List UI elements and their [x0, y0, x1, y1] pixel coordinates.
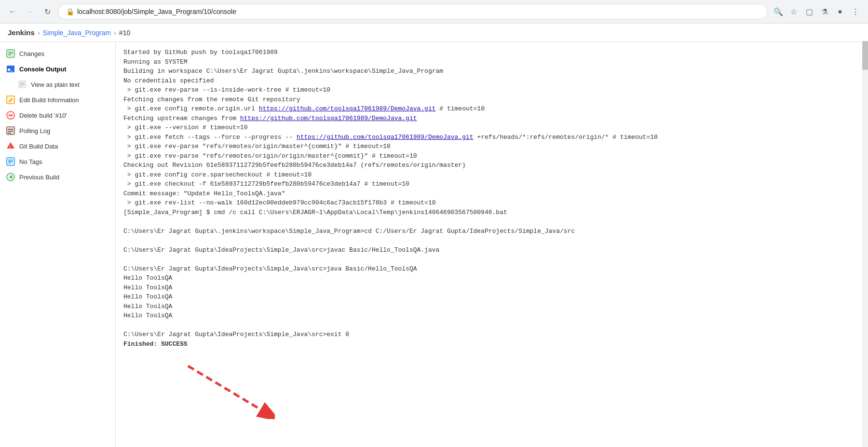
- console-line: > git.exe config remote.origin.url https…: [123, 104, 860, 114]
- console-line: No credentials specified: [123, 76, 860, 86]
- jenkins-logo: Jenkins: [8, 28, 35, 37]
- bookmark-icon[interactable]: ☆: [787, 5, 800, 18]
- edit-build-label: Edit Build Information: [19, 96, 79, 104]
- back-button[interactable]: ←: [6, 5, 19, 18]
- no-tags-icon: [6, 157, 15, 166]
- console-line: Building in workspace C:\Users\Er Jagrat…: [123, 67, 860, 76]
- breadcrumb-sep-2: ›: [114, 29, 116, 37]
- delete-build-label: Delete build '#10': [19, 112, 67, 119]
- sidebar-item-polling-log[interactable]: Polling Log: [0, 123, 115, 138]
- console-line: Running as SYSTEM: [123, 57, 860, 67]
- console-line: Hello ToolsQA: [123, 273, 860, 283]
- console-line: Hello ToolsQA: [123, 302, 860, 312]
- breadcrumb-sep-1: ›: [38, 29, 40, 37]
- reload-button[interactable]: ↻: [41, 5, 54, 18]
- console-line: Started by GitHub push by toolsqa1706198…: [123, 48, 860, 57]
- console-line: Checking out Revision 61e58937112729b5fe…: [123, 161, 860, 170]
- console-output: Started by GitHub push by toolsqa1706198…: [116, 42, 868, 447]
- sidebar-item-delete-build[interactable]: Delete build '#10': [0, 108, 115, 123]
- polling-log-label: Polling Log: [19, 127, 50, 135]
- delete-icon: [6, 110, 15, 120]
- console-line: > git.exe rev-parse "refs/remotes/origin…: [123, 151, 860, 161]
- edit-icon: [6, 95, 15, 105]
- console-finished: Finished: SUCCESS: [123, 339, 860, 349]
- console-line: [123, 255, 860, 264]
- scrollbar-track: [862, 41, 868, 447]
- sidebar-item-previous-build[interactable]: Previous Build: [0, 169, 115, 185]
- sidebar-item-edit-build[interactable]: Edit Build Information: [0, 92, 115, 108]
- git-url-link-1[interactable]: https://github.com/toolsqa17061989/DemoJ…: [259, 105, 436, 112]
- previous-build-icon: [6, 172, 15, 182]
- git-url-link-3[interactable]: https://github.com/toolsqa17061989/DemoJ…: [297, 134, 474, 141]
- console-line: C:\Users\Er Jagrat Gupta\.jenkins\worksp…: [123, 227, 860, 236]
- main-layout: Changes ●_ Console Output View as pla: [0, 42, 868, 447]
- address-bar[interactable]: 🔒 localhost:8080/job/Simple_Java_Program…: [58, 4, 768, 19]
- screenshot-icon[interactable]: ▢: [802, 5, 816, 18]
- sidebar-item-git-build-data[interactable]: ! Git Build Data: [0, 138, 115, 154]
- changes-label: Changes: [19, 50, 44, 57]
- console-line: C:\Users\Er Jagrat Gupta\IdeaProjects\Si…: [123, 264, 860, 274]
- view-plain-label: View as plain text: [31, 81, 80, 88]
- arrow-annotation: [178, 356, 275, 419]
- breadcrumb-project[interactable]: Simple_Java_Program: [43, 29, 111, 37]
- polling-icon: [6, 126, 15, 135]
- console-line: C:\Users\Er Jagrat Gupta\IdeaProjects\Si…: [123, 330, 860, 339]
- svg-text:●_: ●_: [8, 67, 13, 72]
- browser-actions: 🔍 ☆ ▢ ⚗ ● ⋮: [772, 5, 862, 18]
- forward-button[interactable]: →: [23, 5, 37, 18]
- scrollbar-thumb[interactable]: [862, 41, 868, 70]
- console-line: Fetching changes from the remote Git rep…: [123, 95, 860, 105]
- no-tags-label: No Tags: [19, 158, 42, 165]
- console-line: Hello ToolsQA: [123, 283, 860, 293]
- git-url-link-2[interactable]: https://github.com/toolsqa17061989/DemoJ…: [240, 115, 417, 122]
- console-line: > git.exe fetch --tags --force --progres…: [123, 133, 860, 142]
- sidebar-item-no-tags[interactable]: No Tags: [0, 154, 115, 169]
- sidebar: Changes ●_ Console Output View as pla: [0, 42, 116, 447]
- console-icon: ●_: [6, 64, 15, 74]
- extensions-icon[interactable]: ⚗: [818, 5, 831, 18]
- git-build-data-label: Git Build Data: [19, 143, 58, 150]
- console-line: [123, 217, 860, 227]
- console-label: Console Output: [19, 66, 67, 73]
- sidebar-item-changes[interactable]: Changes: [0, 46, 115, 61]
- svg-text:!: !: [10, 145, 11, 149]
- lock-icon: 🔒: [66, 8, 74, 15]
- console-line: > git.exe rev-parse --is-inside-work-tre…: [123, 85, 860, 95]
- previous-build-label: Previous Build: [19, 174, 59, 181]
- search-icon[interactable]: 🔍: [772, 5, 785, 18]
- svg-rect-17: [8, 133, 12, 134]
- jenkins-header: Jenkins › Simple_Java_Program › #10: [0, 24, 868, 42]
- console-line: [123, 321, 860, 330]
- console-line: [Simple_Java_Program] $ cmd /c call C:\U…: [123, 208, 860, 217]
- console-line: > git.exe config core.sparsecheckout # t…: [123, 170, 860, 180]
- console-line: Hello ToolsQA: [123, 311, 860, 321]
- sidebar-item-console-output[interactable]: ●_ Console Output: [0, 61, 115, 77]
- console-line: C:\Users\Er Jagrat Gupta\IdeaProjects\Si…: [123, 245, 860, 255]
- menu-icon[interactable]: ⋮: [849, 5, 862, 18]
- profile-icon[interactable]: ●: [833, 5, 847, 18]
- changes-icon: [6, 49, 15, 58]
- svg-rect-15: [8, 129, 14, 130]
- svg-line-27: [188, 366, 260, 409]
- url-text: localhost:8080/job/Simple_Java_Program/1…: [77, 8, 236, 15]
- console-line: Hello ToolsQA: [123, 292, 860, 302]
- console-line: > git.exe rev-list --no-walk 160d12ec00e…: [123, 198, 860, 208]
- console-line: Commit message: "Update Hello_ToolsQA.ja…: [123, 189, 860, 199]
- console-line: > git.exe checkout -f 61e58937112729b5fe…: [123, 179, 860, 189]
- console-line: [123, 236, 860, 245]
- breadcrumb-build: #10: [119, 29, 130, 37]
- git-icon: !: [6, 141, 15, 151]
- browser-chrome: ← → ↻ 🔒 localhost:8080/job/Simple_Java_P…: [0, 0, 868, 24]
- console-line: > git.exe rev-parse "refs/remotes/origin…: [123, 142, 860, 151]
- view-plain-icon: [17, 80, 27, 89]
- browser-toolbar: ← → ↻ 🔒 localhost:8080/job/Simple_Java_P…: [0, 0, 868, 23]
- console-line: Fetching upstream changes from https://g…: [123, 114, 860, 123]
- console-line: > git.exe --version # timeout=10: [123, 123, 860, 133]
- sidebar-item-view-plain[interactable]: View as plain text: [0, 77, 115, 92]
- svg-rect-16: [8, 131, 14, 132]
